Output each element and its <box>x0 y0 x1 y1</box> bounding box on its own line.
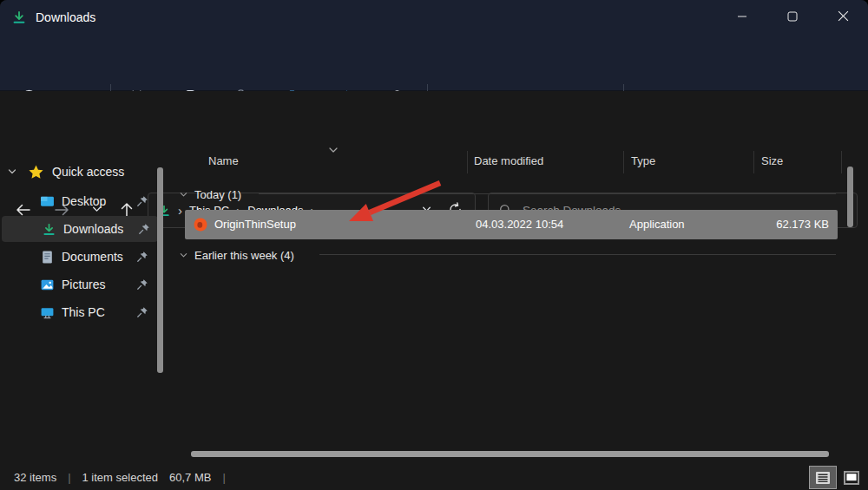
group-header-earlier-this-week[interactable]: Earlier this week (4) <box>179 245 294 265</box>
group-divider-line <box>259 193 836 194</box>
details-view-icon <box>815 471 831 485</box>
column-header-size[interactable]: Size <box>761 154 783 167</box>
documents-icon <box>40 250 55 265</box>
file-row-originthinsetup[interactable]: OriginThinSetup 04.03.2022 10:54 Applica… <box>185 210 838 239</box>
navigation-bar: › This PC › Downloads › <box>0 91 868 143</box>
maximize-icon <box>787 11 798 24</box>
pin-icon <box>136 195 148 207</box>
downloads-folder-icon <box>11 10 27 25</box>
command-toolbar: New <box>0 35 868 91</box>
group-label: Today (1) <box>194 188 241 201</box>
group-label: Earlier this week (4) <box>194 249 294 262</box>
status-info: 32 items | 1 item selected 60,7 MB | <box>0 471 226 484</box>
downloads-folder-icon <box>42 222 56 237</box>
large-thumbnails-view-button[interactable] <box>838 467 865 488</box>
vertical-scrollbar[interactable] <box>847 167 853 227</box>
details-view-button[interactable] <box>810 467 836 488</box>
sidebar-item-pictures[interactable]: Pictures <box>0 271 156 297</box>
column-header-date-modified[interactable]: Date modified <box>474 154 543 167</box>
pin-icon <box>136 251 148 263</box>
window-title: Downloads <box>36 10 95 24</box>
column-header-name[interactable]: Name <box>208 154 239 167</box>
file-list-panel: Name Date modified Type Size Today (1) O… <box>170 143 868 465</box>
file-explorer-window: Downloads New <box>0 0 868 490</box>
column-header-type[interactable]: Type <box>631 154 655 167</box>
sidebar-item-label: Documents <box>62 250 123 264</box>
titlebar-app-info: Downloads <box>0 10 95 25</box>
sidebar-item-label: Pictures <box>62 278 106 291</box>
sidebar-item-label: Quick access <box>52 165 124 179</box>
sidebar-item-this-pc[interactable]: This PC <box>0 299 156 325</box>
pin-icon <box>136 278 148 291</box>
this-pc-icon <box>40 305 55 320</box>
selection-count: 1 item selected <box>82 471 158 484</box>
status-divider: | <box>222 471 225 484</box>
file-name: OriginThinSetup <box>214 218 296 231</box>
pin-icon <box>138 223 150 235</box>
column-divider[interactable] <box>753 151 754 173</box>
sidebar-item-documents[interactable]: Documents <box>0 244 156 270</box>
file-date-modified: 04.03.2022 10:54 <box>476 218 563 231</box>
sidebar-item-downloads[interactable]: Downloads <box>2 216 158 242</box>
column-divider[interactable] <box>623 151 624 173</box>
file-type: Application <box>629 218 685 231</box>
close-icon <box>838 10 849 24</box>
item-count: 32 items <box>14 471 56 484</box>
sort-direction-chevron-icon[interactable] <box>328 147 339 154</box>
pin-icon <box>136 306 148 318</box>
thumbnails-view-icon <box>844 471 859 485</box>
minimize-icon <box>737 11 747 24</box>
file-size: 62.173 KB <box>776 218 829 231</box>
status-divider: | <box>68 471 70 484</box>
sidebar-scrollbar[interactable] <box>157 167 163 373</box>
selection-size: 60,7 MB <box>169 471 211 484</box>
chevron-down-icon <box>179 251 188 260</box>
horizontal-scrollbar[interactable] <box>191 451 829 457</box>
star-icon <box>28 164 44 180</box>
chevron-down-icon <box>179 190 188 199</box>
column-divider[interactable] <box>841 151 842 173</box>
navigation-pane: Quick access Desktop Downloads Doc <box>0 143 170 465</box>
sidebar-item-label: Desktop <box>62 194 106 208</box>
view-toggles <box>810 467 865 488</box>
chevron-down-icon <box>7 167 17 177</box>
sidebar-item-quick-access[interactable]: Quick access <box>0 159 156 185</box>
minimize-button[interactable] <box>717 0 767 35</box>
column-divider[interactable] <box>467 151 468 173</box>
close-button[interactable] <box>818 0 868 35</box>
titlebar: Downloads <box>0 0 868 35</box>
status-bar: 32 items | 1 item selected 60,7 MB | <box>0 465 868 490</box>
sidebar-item-label: This PC <box>62 305 105 319</box>
window-controls <box>717 0 868 35</box>
sidebar-item-desktop[interactable]: Desktop <box>0 188 156 214</box>
sidebar-item-label: Downloads <box>63 222 123 236</box>
maximize-button[interactable] <box>767 0 818 35</box>
desktop-icon <box>40 194 55 209</box>
pictures-icon <box>40 278 55 292</box>
group-header-today[interactable]: Today (1) <box>179 185 241 204</box>
origin-app-icon <box>193 217 208 232</box>
group-divider-line <box>319 254 836 255</box>
